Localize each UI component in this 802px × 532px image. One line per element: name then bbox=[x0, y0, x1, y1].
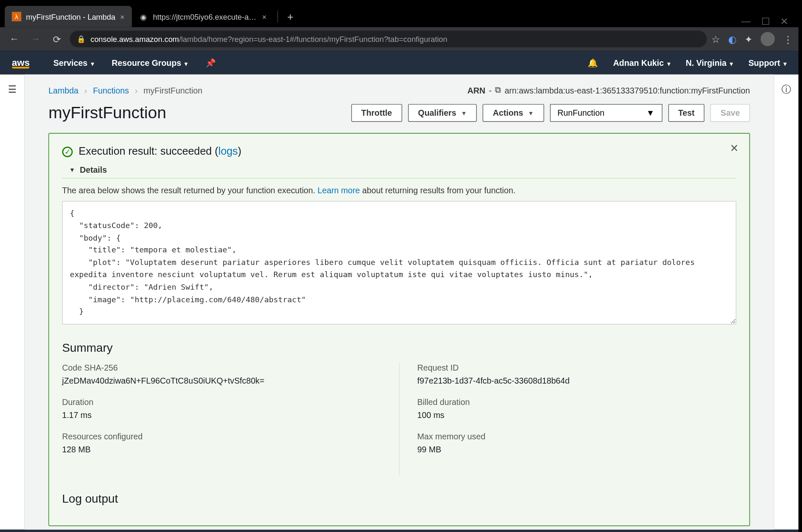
bc-current: myFirstFunction bbox=[143, 86, 202, 95]
avatar[interactable] bbox=[760, 32, 775, 46]
tab-title: https://jtcm05iyo6.execute-api.us bbox=[153, 12, 258, 21]
aws-logo[interactable]: aws bbox=[12, 57, 30, 68]
main-shell: ☰ Lambda › Functions › myFirstFunction A… bbox=[0, 75, 799, 530]
billed-value: 100 ms bbox=[417, 410, 737, 420]
globe-favicon-icon: ◉ bbox=[139, 12, 148, 21]
window-controls: — ☐ ✕ bbox=[741, 11, 799, 27]
tab-title: myFirstFunction - Lambda bbox=[26, 12, 115, 21]
billed-label: Billed duration bbox=[417, 397, 737, 407]
result-prefix: Execution result: succeeded ( bbox=[79, 145, 219, 157]
result-suffix: ) bbox=[238, 145, 241, 157]
summary-title: Summary bbox=[62, 341, 736, 355]
learn-more-link[interactable]: Learn more bbox=[318, 186, 360, 195]
extensions-icon[interactable]: ✦ bbox=[745, 34, 752, 45]
url-input[interactable]: 🔒 console.aws.amazon.com/lambda/home?reg… bbox=[70, 31, 707, 47]
throttle-button[interactable]: Throttle bbox=[351, 104, 402, 122]
sha-label: Code SHA-256 bbox=[62, 363, 381, 373]
test-event-select[interactable]: RunFunction▼ bbox=[550, 104, 662, 122]
browser-tab-active[interactable]: λ myFirstFunction - Lambda × bbox=[5, 6, 132, 27]
nav-user[interactable]: Adnan Kukic▾ bbox=[613, 58, 670, 67]
hamburger-menu[interactable]: ☰ bbox=[0, 75, 25, 530]
new-tab-button[interactable]: + bbox=[281, 11, 299, 27]
chevron-right-icon: › bbox=[84, 86, 87, 95]
maxmem-label: Max memory used bbox=[417, 432, 737, 441]
copy-icon[interactable]: ⧉ bbox=[495, 85, 501, 95]
request-value: f97e213b-1d37-4fcb-ac5c-33608d18b64d bbox=[417, 376, 737, 386]
address-bar: ← → ⟳ 🔒 console.aws.amazon.com/lambda/ho… bbox=[0, 27, 799, 51]
duration-value: 1.17 ms bbox=[62, 410, 381, 420]
close-icon[interactable]: × bbox=[120, 12, 125, 21]
close-icon[interactable]: × bbox=[262, 12, 267, 21]
execution-result-panel: ✕ ✓ Execution result: succeeded (logs) ▼… bbox=[49, 133, 750, 526]
minimize-icon[interactable]: — bbox=[741, 16, 751, 27]
kebab-menu-icon[interactable]: ⋮ bbox=[783, 34, 793, 45]
info-panel-toggle[interactable]: ⓘ bbox=[773, 75, 798, 530]
chevron-right-icon: › bbox=[135, 86, 138, 95]
resources-label: Resources configured bbox=[62, 432, 381, 441]
footer: 💬Feedback 🌐English (US) © 2008 - 2020, A… bbox=[0, 529, 799, 532]
url-host: console.aws.amazon.com bbox=[91, 34, 179, 43]
nav-support[interactable]: Support▾ bbox=[748, 58, 786, 67]
breadcrumb: Lambda › Functions › myFirstFunction ARN… bbox=[49, 85, 750, 95]
save-button: Save bbox=[711, 104, 750, 122]
browser-tab[interactable]: ◉ https://jtcm05iyo6.execute-api.us × bbox=[132, 6, 273, 27]
bell-icon[interactable]: 🔔 bbox=[588, 58, 598, 67]
reload-button[interactable]: ⟳ bbox=[49, 34, 65, 45]
arn-label: ARN bbox=[467, 86, 485, 95]
caret-down-icon: ▼ bbox=[69, 166, 75, 173]
qualifiers-button[interactable]: Qualifiers▼ bbox=[408, 104, 477, 122]
result-code[interactable]: { "statusCode": 200, "body": { "title": … bbox=[62, 201, 736, 324]
duration-label: Duration bbox=[62, 397, 381, 407]
actions-button[interactable]: Actions▼ bbox=[483, 104, 544, 122]
test-button[interactable]: Test bbox=[668, 104, 705, 122]
logs-link[interactable]: logs bbox=[218, 145, 238, 157]
forward-button[interactable]: → bbox=[27, 34, 44, 44]
arn-value: arn:aws:lambda:us-east-1:365133379510:fu… bbox=[505, 86, 750, 95]
success-icon: ✓ bbox=[62, 146, 73, 157]
divider bbox=[277, 10, 278, 22]
nav-region[interactable]: N. Virginia▾ bbox=[686, 58, 733, 67]
back-button[interactable]: ← bbox=[6, 34, 22, 44]
sha-value: jZeDMav40dziwa6N+FL96CoTtC8uS0iUKQ+tvSfc… bbox=[62, 376, 381, 386]
maximize-icon[interactable]: ☐ bbox=[761, 16, 770, 27]
close-window-icon[interactable]: ✕ bbox=[780, 16, 788, 27]
nav-services[interactable]: Services▾ bbox=[53, 58, 94, 67]
divider bbox=[62, 178, 736, 178]
url-path: /lambda/home?region=us-east-1#/functions… bbox=[179, 34, 448, 43]
bc-lambda[interactable]: Lambda bbox=[49, 86, 78, 95]
extension-icon[interactable]: ◐ bbox=[728, 34, 737, 45]
request-label: Request ID bbox=[417, 363, 737, 373]
nav-resource-groups[interactable]: Resource Groups▾ bbox=[112, 58, 187, 67]
lock-icon: 🔒 bbox=[77, 35, 86, 43]
details-toggle[interactable]: ▼ Details bbox=[69, 165, 736, 174]
maxmem-value: 99 MB bbox=[417, 445, 737, 454]
bc-functions[interactable]: Functions bbox=[93, 86, 129, 95]
page-title: myFirstFunction bbox=[49, 104, 167, 122]
browser-tabbar: λ myFirstFunction - Lambda × ◉ https://j… bbox=[0, 0, 799, 27]
resources-value: 128 MB bbox=[62, 445, 381, 454]
close-icon[interactable]: ✕ bbox=[730, 142, 739, 155]
log-output-title: Log output bbox=[62, 492, 736, 505]
aws-navbar: aws Services▾ Resource Groups▾ 📌 🔔 Adnan… bbox=[0, 51, 799, 74]
main-content: Lambda › Functions › myFirstFunction ARN… bbox=[25, 75, 773, 530]
pin-icon[interactable]: 📌 bbox=[206, 58, 216, 67]
lambda-favicon-icon: λ bbox=[12, 12, 21, 21]
page-header: myFirstFunction Throttle Qualifiers▼ Act… bbox=[49, 104, 750, 122]
result-description: The area below shows the result returned… bbox=[62, 186, 736, 195]
star-icon[interactable]: ☆ bbox=[711, 34, 720, 45]
